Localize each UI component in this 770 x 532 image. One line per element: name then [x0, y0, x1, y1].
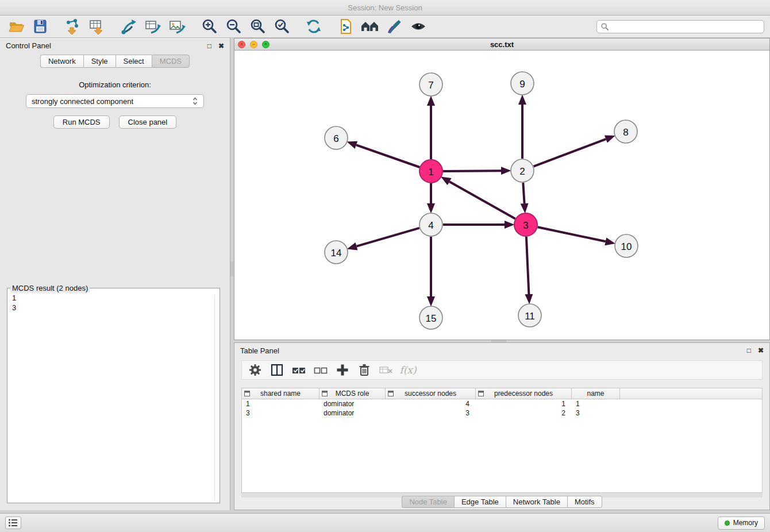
graph-node-11[interactable]: 11: [518, 304, 541, 327]
export-image-button[interactable]: [167, 17, 187, 36]
new-network-from-table-button[interactable]: [143, 17, 163, 36]
new-network-button[interactable]: [118, 17, 139, 36]
delete-table-button[interactable]: [378, 361, 395, 379]
svg-text:8: 8: [623, 127, 628, 138]
graph-node-3[interactable]: 3: [514, 213, 537, 236]
import-network-button[interactable]: [62, 17, 83, 36]
network-canvas[interactable]: 7968124314101511: [234, 51, 769, 340]
open-session-button[interactable]: [6, 17, 26, 36]
table-toolbar: f(x): [241, 360, 763, 380]
table-network-icon: [144, 18, 161, 35]
graph-edge-2-8[interactable]: [534, 139, 606, 167]
graph-edge-3-1[interactable]: [449, 182, 515, 219]
tab-style[interactable]: Style: [83, 55, 116, 68]
close-panel-icon[interactable]: ✖: [218, 43, 224, 49]
cell-successor-nodes: 3: [386, 408, 476, 418]
home-layout-button[interactable]: [360, 17, 380, 36]
node-table: shared name MCDS role successor nodes pr…: [241, 388, 763, 493]
cell-predecessor-nodes: 2: [476, 408, 572, 418]
import-table-button[interactable]: [86, 17, 107, 36]
minimize-window-icon[interactable]: −: [250, 41, 257, 48]
tab-motifs[interactable]: Motifs: [567, 496, 602, 508]
deselect-all-columns-button[interactable]: [312, 361, 329, 379]
graph-node-9[interactable]: 9: [511, 72, 534, 95]
mcds-result-title: MCDS result (2 nodes): [10, 284, 90, 292]
optimization-criterion-select[interactable]: strongly connected component: [26, 94, 204, 108]
tab-network-table[interactable]: Network Table: [506, 496, 567, 508]
graph-edge-2-3[interactable]: [523, 183, 524, 203]
cell-name: 3: [572, 408, 620, 418]
zoom-in-button[interactable]: [199, 17, 220, 36]
delete-row-button[interactable]: [356, 361, 373, 379]
column-header-predecessor-nodes[interactable]: predecessor nodes: [476, 388, 572, 399]
graph-edge-4-14[interactable]: [357, 228, 419, 246]
select-all-columns-button[interactable]: [290, 361, 307, 379]
toolbar-search-field[interactable]: [596, 20, 764, 33]
control-panel-tabs: Network Style Select MCDS: [0, 55, 230, 68]
control-panel: Control Panel □ ✖ Network Style Select M…: [0, 38, 230, 510]
graph-node-1[interactable]: 1: [419, 160, 442, 183]
cell-name: 1: [572, 399, 620, 408]
show-columns-button[interactable]: [268, 361, 286, 379]
add-row-button[interactable]: [334, 361, 351, 379]
float-table-panel-icon[interactable]: □: [747, 347, 751, 354]
cell-shared-name: 1: [242, 399, 319, 408]
graph-edge-3-11[interactable]: [526, 237, 529, 294]
graph-node-7[interactable]: 7: [419, 73, 442, 96]
graph-node-6[interactable]: 6: [325, 126, 348, 149]
graph-edge-1-2[interactable]: [443, 171, 501, 171]
apply-style-button[interactable]: [384, 17, 405, 36]
column-header-name[interactable]: name: [572, 388, 620, 399]
cell-shared-name: 3: [242, 408, 319, 418]
zoom-selected-button[interactable]: [271, 17, 292, 36]
run-mcds-button[interactable]: Run MCDS: [53, 115, 110, 129]
search-input[interactable]: [611, 22, 760, 31]
column-header-shared-name[interactable]: shared name: [242, 388, 319, 399]
search-icon: [601, 23, 609, 30]
refresh-layout-button[interactable]: [303, 17, 324, 36]
close-window-icon[interactable]: ×: [238, 41, 245, 48]
graph-edge-3-10[interactable]: [538, 227, 606, 241]
plus-icon: [335, 363, 350, 377]
function-icon: f(x): [399, 364, 416, 376]
graph-node-4[interactable]: 4: [419, 213, 442, 236]
tab-node-table[interactable]: Node Table: [402, 496, 454, 508]
maximize-window-icon[interactable]: +: [262, 41, 270, 48]
toolbar-group-tools: [336, 17, 429, 36]
app-titlebar: Session: New Session: [0, 0, 770, 16]
tab-network[interactable]: Network: [40, 55, 83, 68]
zoom-out-icon: [225, 18, 242, 35]
graph-node-10[interactable]: 10: [615, 234, 638, 257]
zoom-out-button[interactable]: [223, 17, 244, 36]
mcds-result-text: 1 3: [7, 292, 220, 314]
table-settings-button[interactable]: [247, 361, 264, 379]
graph-node-14[interactable]: 14: [325, 241, 348, 264]
memory-button[interactable]: Memory: [718, 516, 765, 530]
close-panel-button[interactable]: Close panel: [119, 115, 177, 129]
column-header-successor-nodes[interactable]: successor nodes: [386, 388, 476, 399]
close-table-panel-icon[interactable]: ✖: [758, 347, 764, 354]
task-history-button[interactable]: [5, 516, 21, 529]
svg-text:3: 3: [523, 220, 528, 231]
table-row[interactable]: 1 dominator 4 1 1: [242, 399, 762, 408]
zoom-selected-icon: [273, 18, 290, 35]
network-view-window: × − + scc.txt 7968124314101511: [234, 38, 770, 340]
tab-edge-table[interactable]: Edge Table: [454, 496, 506, 508]
graph-node-8[interactable]: 8: [614, 120, 637, 143]
table-row[interactable]: 3 dominator 3 2 3: [242, 408, 762, 418]
float-panel-icon[interactable]: □: [207, 43, 211, 49]
graph-node-15[interactable]: 15: [419, 306, 442, 329]
tab-select[interactable]: Select: [116, 55, 152, 68]
network-graph[interactable]: 7968124314101511: [234, 51, 769, 340]
cell-mcds-role: dominator: [319, 399, 386, 408]
graph-node-2[interactable]: 2: [511, 159, 534, 182]
graph-edge-1-6[interactable]: [356, 145, 419, 167]
show-hide-button[interactable]: [408, 17, 429, 36]
function-builder-button[interactable]: f(x): [399, 361, 417, 379]
zoom-fit-button[interactable]: [247, 17, 268, 36]
tab-mcds[interactable]: MCDS: [152, 55, 190, 68]
save-session-button[interactable]: [30, 17, 51, 36]
first-neighbors-button[interactable]: [336, 17, 356, 36]
column-header-mcds-role[interactable]: MCDS role: [319, 388, 386, 399]
selected-criterion: strongly connected component: [32, 97, 133, 106]
